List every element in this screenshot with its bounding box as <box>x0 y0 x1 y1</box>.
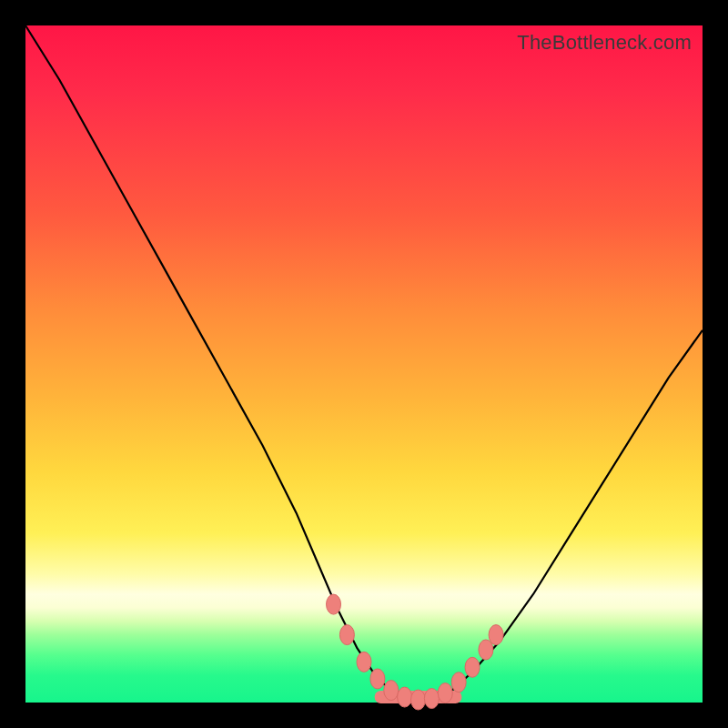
curve-svg <box>25 25 703 703</box>
curve-marker <box>438 683 452 703</box>
curve-marker <box>339 625 354 645</box>
bottleneck-curve <box>25 25 703 701</box>
curve-marker <box>489 625 503 645</box>
curve-marker <box>424 689 439 709</box>
plot-area: TheBottleneck.com <box>25 25 703 703</box>
curve-marker <box>384 681 399 701</box>
watermark-text: TheBottleneck.com <box>517 31 692 55</box>
curve-marker <box>451 672 466 693</box>
curve-marker <box>398 687 412 707</box>
curve-marker <box>370 669 385 689</box>
curve-marker <box>479 640 493 660</box>
curve-marker <box>411 690 426 710</box>
curve-marker <box>357 652 371 672</box>
chart-frame: TheBottleneck.com <box>0 0 728 728</box>
curve-marker <box>327 594 341 614</box>
curve-marker <box>465 657 480 677</box>
